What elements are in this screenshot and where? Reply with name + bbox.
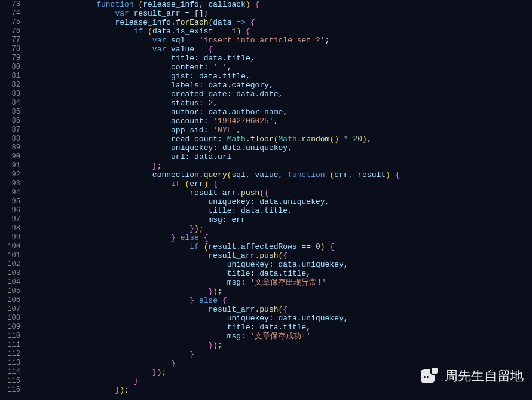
code-line: title: data.title, [31,54,532,63]
code-line: function (release_info, callback) { [31,0,532,9]
line-number: 110 [0,332,20,341]
code-line: } [31,350,532,359]
line-number: 85 [0,108,20,117]
line-number: 112 [0,350,20,359]
line-number: 107 [0,305,20,314]
code-line: title: data.title, [31,269,532,278]
code-line: } else { [31,296,532,305]
line-number: 106 [0,296,20,305]
code-line: uniquekey: data.uniquekey, [31,314,532,323]
line-number: 111 [0,341,20,350]
code-line: }); [31,287,532,296]
line-number: 80 [0,63,20,72]
line-number: 90 [0,152,20,161]
code-line: app_sid: 'NYL', [31,126,532,135]
line-number: 91 [0,161,20,170]
line-number: 82 [0,81,20,90]
watermark-text: 周先生自留地 [445,367,524,385]
code-line: var value = { [31,45,532,54]
line-number: 77 [0,36,20,45]
code-line: } else { [31,233,532,242]
line-number: 74 [0,9,20,18]
code-line: result_arr.push({ [31,251,532,260]
code-line: }); [31,386,532,395]
code-line: gist: data.title, [31,72,532,81]
line-number: 76 [0,27,20,36]
line-number: 102 [0,260,20,269]
line-number: 101 [0,251,20,260]
line-number: 79 [0,54,20,63]
line-number: 73 [0,0,20,9]
line-number: 113 [0,359,20,368]
code-line: connection.query(sql, value, function (e… [31,170,532,179]
wechat-chat-icon [418,365,440,387]
code-line: status: 2, [31,99,532,108]
code-line: uniquekey: data.uniquekey, [31,260,532,269]
code-line: title: data.title, [31,323,532,332]
code-line: result_arr.push({ [31,305,532,314]
line-number: 88 [0,135,20,143]
line-number: 95 [0,197,20,206]
line-number: 94 [0,188,20,197]
line-number: 78 [0,45,20,54]
line-number: 105 [0,287,20,296]
line-number: 116 [0,386,20,395]
line-number-gutter: 7374757677787980818283848586878889909192… [0,0,31,400]
code-area[interactable]: function (release_info, callback) { var … [31,0,532,400]
code-line: }); [31,224,532,233]
code-line: author: data.author_name, [31,108,532,117]
line-number: 104 [0,278,20,287]
line-number: 75 [0,18,20,27]
code-line: var sql = 'insert into article set ?'; [31,36,532,45]
code-line: }; [31,161,532,170]
line-number: 87 [0,126,20,135]
code-line: url: data.url [31,152,532,161]
line-number: 100 [0,242,20,251]
code-line: created_date: data.date, [31,90,532,99]
code-line: }); [31,341,532,350]
line-number: 83 [0,90,20,99]
code-line: if (result.affectedRows == 0) { [31,242,532,251]
line-number: 92 [0,170,20,179]
code-line: if (data.is_exist == 1) { [31,27,532,36]
code-line: title: data.title, [31,206,532,215]
line-number: 97 [0,215,20,224]
code-line: msg: '文章保存成功!' [31,332,532,341]
code-line: uniquekey: data.uniquekey, [31,197,532,206]
code-line: content: ' ', [31,63,532,72]
line-number: 114 [0,368,20,377]
line-number: 84 [0,99,20,108]
code-line: var result_arr = []; [31,9,532,18]
code-line: result_arr.push({ [31,188,532,197]
code-line: msg: err [31,215,532,224]
code-line: account: '19942706025', [31,117,532,126]
line-number: 93 [0,179,20,188]
line-number: 81 [0,72,20,81]
code-line: msg: '文章保存出现异常!' [31,278,532,287]
line-number: 108 [0,314,20,323]
line-number: 86 [0,117,20,126]
code-line: labels: data.category, [31,81,532,90]
code-line: if (err) { [31,179,532,188]
line-number: 103 [0,269,20,278]
line-number: 99 [0,233,20,242]
line-number: 109 [0,323,20,332]
code-line: read_count: Math.floor(Math.random() * 2… [31,135,532,143]
watermark: 周先生自留地 [418,365,524,387]
line-number: 98 [0,224,20,233]
line-number: 89 [0,143,20,152]
line-number: 96 [0,206,20,215]
code-editor: 7374757677787980818283848586878889909192… [0,0,532,400]
line-number: 115 [0,377,20,386]
code-line: release_info.forEach(data => { [31,18,532,27]
code-line: uniquekey: data.uniquekey, [31,143,532,152]
